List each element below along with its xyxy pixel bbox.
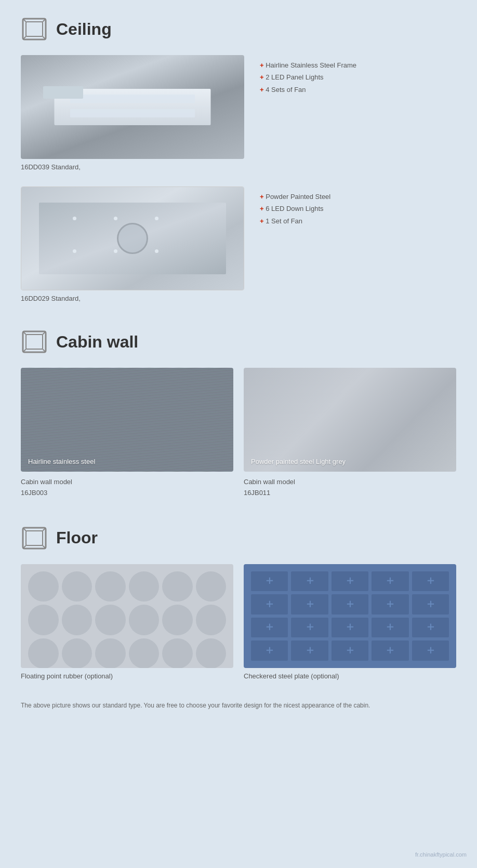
check-cell: ✕ bbox=[251, 618, 288, 638]
wall-samples: Hairline stainless steel Cabin wall mode… bbox=[21, 368, 456, 499]
rubber-dot bbox=[196, 638, 227, 668]
ceiling-item-1: 16DD039 Standard, Hairline Stainless Ste… bbox=[21, 55, 456, 171]
powder-fan bbox=[117, 223, 148, 254]
check-cell: ✕ bbox=[332, 618, 368, 638]
rubber-dot bbox=[62, 605, 92, 635]
rubber-dot bbox=[196, 605, 227, 635]
cabin-wall-icon bbox=[21, 328, 48, 355]
floor-checkered-img: ✕ ✕ ✕ ✕ ✕ ✕ ✕ ✕ ✕ ✕ ✕ ✕ ✕ ✕ ✕ ✕ ✕ ✕ ✕ ✕ bbox=[244, 564, 456, 668]
check-cell: ✕ bbox=[332, 594, 368, 615]
check-cell: ✕ bbox=[291, 571, 328, 592]
check-cell: ✕ bbox=[291, 640, 328, 661]
floor-samples: Floating point rubber (optional) ✕ ✕ ✕ ✕… bbox=[21, 564, 456, 680]
rubber-dot bbox=[28, 638, 59, 668]
ceiling-img-1: 16DD039 Standard, bbox=[21, 55, 244, 171]
rubber-dot bbox=[129, 605, 160, 635]
wall-powder-info: Cabin wall model 16JB011 bbox=[244, 477, 456, 499]
floor-section: Floor bbox=[21, 525, 456, 680]
check-cell: ✕ bbox=[412, 618, 449, 638]
wall-hairline-model2: 16JB003 bbox=[21, 488, 233, 499]
wall-hairline-img: Hairline stainless steel bbox=[21, 368, 233, 472]
rubber-dot bbox=[129, 571, 160, 602]
wall-hairline-info: Cabin wall model 16JB003 bbox=[21, 477, 233, 499]
rubber-dot bbox=[28, 605, 59, 635]
watermark: fr.chinakftypical.com bbox=[415, 851, 467, 858]
ceiling-hairline-visual bbox=[21, 55, 244, 159]
ceiling-header: Ceiling bbox=[21, 16, 456, 43]
rubber-dot bbox=[129, 638, 160, 668]
ceiling-feature-2-1: Powder Painted Steel bbox=[260, 191, 330, 203]
footer-note: The above picture shows our standard typ… bbox=[21, 701, 374, 711]
floor-sample-rubber: Floating point rubber (optional) bbox=[21, 564, 233, 680]
check-cell: ✕ bbox=[251, 571, 288, 592]
floor-icon bbox=[21, 525, 48, 552]
check-cell: ✕ bbox=[372, 618, 408, 638]
check-cell: ✕ bbox=[372, 594, 408, 615]
ceiling-feature-2-2: 6 LED Down Lights bbox=[260, 203, 330, 215]
cabin-wall-header: Cabin wall bbox=[21, 328, 456, 355]
wall-powder-model2: 16JB011 bbox=[244, 488, 456, 499]
wall-powder-img: Powder painted steel Light grey bbox=[244, 368, 456, 472]
floor-rubber-caption: Floating point rubber (optional) bbox=[21, 672, 233, 680]
rubber-dot bbox=[162, 638, 193, 668]
ceiling-section: Ceiling 16DD039 Standard, Hairline Stain… bbox=[21, 16, 456, 302]
ceiling-features-2: Powder Painted Steel 6 LED Down Lights 1… bbox=[260, 186, 330, 227]
svg-rect-7 bbox=[26, 335, 43, 349]
check-cell: ✕ bbox=[412, 594, 449, 615]
rubber-dot bbox=[62, 638, 92, 668]
cabin-wall-section: Cabin wall Hairline stainless steel Cabi… bbox=[21, 328, 456, 499]
check-cell: ✕ bbox=[332, 571, 368, 592]
ceiling-item-2: 16DD029 Standard, Powder Painted Steel 6… bbox=[21, 186, 456, 302]
ceiling-features-1: Hairline Stainless Steel Frame 2 LED Pan… bbox=[260, 55, 356, 96]
rubber-dot bbox=[162, 571, 193, 602]
floor-rubber-img bbox=[21, 564, 233, 668]
wall-hairline-model1: Cabin wall model bbox=[21, 477, 233, 488]
ceiling-icon bbox=[21, 16, 48, 43]
rubber-dot bbox=[28, 571, 59, 602]
ceiling-feature-1-3: 4 Sets of Fan bbox=[260, 84, 356, 96]
rubber-dot bbox=[62, 571, 92, 602]
check-cell: ✕ bbox=[291, 594, 328, 615]
rubber-dot bbox=[162, 605, 193, 635]
wall-powder-label: Powder painted steel Light grey bbox=[251, 458, 346, 465]
rubber-dot bbox=[95, 605, 126, 635]
rubber-dot bbox=[196, 571, 227, 602]
svg-rect-13 bbox=[26, 531, 43, 545]
check-cell: ✕ bbox=[372, 571, 408, 592]
floor-checkered-caption: Checkered steel plate (optional) bbox=[244, 672, 456, 680]
check-cell: ✕ bbox=[332, 640, 368, 661]
ceiling-code-2: 16DD029 Standard, bbox=[21, 295, 244, 302]
floor-sample-checkered: ✕ ✕ ✕ ✕ ✕ ✕ ✕ ✕ ✕ ✕ ✕ ✕ ✕ ✕ ✕ ✕ ✕ ✕ ✕ ✕ bbox=[244, 564, 456, 680]
wall-sample-hairline: Hairline stainless steel Cabin wall mode… bbox=[21, 368, 233, 499]
wall-hairline-label: Hairline stainless steel bbox=[28, 458, 95, 465]
floor-title: Floor bbox=[56, 528, 98, 547]
rubber-dot bbox=[95, 571, 126, 602]
ceiling-feature-2-3: 1 Set of Fan bbox=[260, 215, 330, 227]
rubber-dot bbox=[95, 638, 126, 668]
cabin-wall-title: Cabin wall bbox=[56, 332, 138, 352]
check-cell: ✕ bbox=[251, 640, 288, 661]
wall-sample-powder: Powder painted steel Light grey Cabin wa… bbox=[244, 368, 456, 499]
floor-header: Floor bbox=[21, 525, 456, 552]
check-cell: ✕ bbox=[251, 594, 288, 615]
wall-powder-model1: Cabin wall model bbox=[244, 477, 456, 488]
check-cell: ✕ bbox=[291, 618, 328, 638]
ceiling-title: Ceiling bbox=[56, 20, 112, 39]
powder-inner bbox=[39, 203, 226, 275]
ceiling-feature-1-1: Hairline Stainless Steel Frame bbox=[260, 59, 356, 71]
svg-rect-1 bbox=[26, 22, 43, 36]
ceiling-img-2: 16DD029 Standard, bbox=[21, 186, 244, 302]
ceiling-powder-visual bbox=[21, 187, 244, 290]
ceiling-code-1: 16DD039 Standard, bbox=[21, 163, 244, 171]
check-cell: ✕ bbox=[412, 571, 449, 592]
ceiling-feature-1-2: 2 LED Panel Lights bbox=[260, 71, 356, 83]
check-cell: ✕ bbox=[412, 640, 449, 661]
check-cell: ✕ bbox=[372, 640, 408, 661]
